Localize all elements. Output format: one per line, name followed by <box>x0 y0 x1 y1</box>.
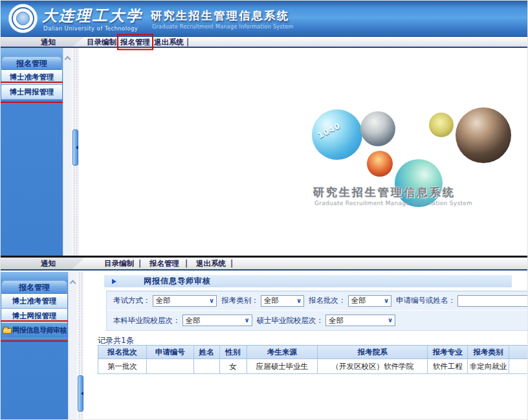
menu-item-enroll[interactable]: 报名管理 <box>149 259 179 269</box>
id-or-name-input[interactable] <box>457 295 528 307</box>
scroll-up-icon[interactable] <box>70 280 76 287</box>
col-apply-category: 报考类别 <box>468 346 509 359</box>
university-logo <box>8 4 38 33</box>
panel-splitter[interactable] <box>72 48 79 256</box>
sidebar: 报名管理 博士准考管理 博士网报管理 <box>1 48 63 256</box>
chevron-down-icon: ∨ <box>209 298 214 304</box>
notice-tab-label[interactable]: 通知 <box>41 259 56 269</box>
batch-value: 全部 <box>351 296 366 305</box>
bachelor-level-value: 全部 <box>186 316 201 326</box>
collage-tax-form-photo: 1040 <box>312 109 362 160</box>
filter-panel: 考试方式： 全部 ∨ 报考类别： 全部 ∨ 报名批次： 全部 ∨ <box>106 291 528 331</box>
section-bottom: 通知 目录编制 | 报名管理 | 退出系统 | 报名管理 博士准考管理 博士网报… <box>1 258 528 420</box>
sidebar-header-enroll: 报名管理 <box>1 280 67 294</box>
collage-abacus-photo <box>367 151 393 177</box>
panel-title-bar: 网报信息导师审核 <box>104 275 512 287</box>
menu-separator: | <box>230 259 233 268</box>
batch-label: 报名批次： <box>309 296 346 305</box>
menu-item-exit[interactable]: 退出系统 <box>154 37 184 47</box>
cell-batch: 第一批次 <box>98 359 147 374</box>
cell-candidate-source: 应届硕士毕业生 <box>247 359 318 374</box>
collage-phone-call-photo <box>456 107 511 163</box>
table-header-row: 报名批次 申请编号 姓名 性别 考生来源 报考院系 报考专业 报考类别 <box>98 346 528 359</box>
watermark-title-en: Graduate Recruitment Manage Information … <box>314 200 472 206</box>
col-name: 姓名 <box>193 346 219 359</box>
sidebar-item-review-label: 网报信息导师审核 <box>12 324 67 338</box>
sidebar-item-phd-online[interactable]: 博士网报管理 <box>1 309 67 324</box>
cell-major: 软件工程 <box>428 359 468 374</box>
cell-name <box>193 359 219 374</box>
exam-mode-value: 全部 <box>156 296 171 305</box>
menu-item-enroll annotation-box[interactable]: 报名管理 <box>120 37 150 47</box>
menu-separator: | <box>138 259 141 268</box>
results-table: 报名批次 申请编号 姓名 性别 考生来源 报考院系 报考专业 报考类别 第一批次 <box>98 345 528 374</box>
sidebar-item-review annotation-box[interactable]: 网报信息导师审核 <box>1 324 67 338</box>
master-level-value: 全部 <box>329 316 344 326</box>
collapse-sidebar-button[interactable] <box>72 129 78 166</box>
collage-clock-photo <box>429 113 454 137</box>
apply-category-value: 全部 <box>264 296 279 305</box>
watermark-title-cn: 研究生招生管理信息系统 <box>313 185 456 200</box>
filter-row-1: 考试方式： 全部 ∨ 报考类别： 全部 ∨ 报名批次： 全部 ∨ <box>107 291 528 311</box>
menu-item-catalog[interactable]: 目录编制 <box>104 259 134 269</box>
menu-item-catalog[interactable]: 目录编制 <box>87 37 116 47</box>
cell-department: （开发区校区）软件学院 <box>318 359 428 374</box>
master-level-select[interactable]: 全部 ∨ <box>325 315 395 326</box>
bachelor-level-label: 本科毕业院校层次： <box>113 316 181 326</box>
col-major: 报考专业 <box>428 346 468 359</box>
collage-office-photo <box>360 111 395 146</box>
batch-select[interactable]: 全部 ∨ <box>348 295 391 307</box>
bachelor-level-select[interactable]: 全部 ∨ <box>182 315 252 326</box>
sidebar-item-phd-exam[interactable]: 博士准考管理 <box>1 70 62 85</box>
tax-form-number: 1040 <box>316 121 342 140</box>
content-area: 网报信息导师审核 考试方式： 全部 ∨ 报考类别： 全部 ∨ 报名批次： <box>83 272 528 420</box>
panel-title: 网报信息导师审核 <box>144 276 211 287</box>
app-header: 大连理工大学 Dalian University of Technology 研… <box>1 1 528 37</box>
arrow-right-icon <box>112 279 116 284</box>
sidebar-item-phd-online annotation-box[interactable]: 博士网报管理 <box>1 85 62 100</box>
apply-category-select[interactable]: 全部 ∨ <box>261 295 304 307</box>
table-row[interactable]: 第一批次 女 应届硕士毕业生 （开发区校区）软件学院 软件工程 非定向就业 <box>98 359 528 374</box>
apply-category-label: 报考类别： <box>221 296 259 305</box>
sidebar-header-enroll: 报名管理 <box>1 56 62 70</box>
cell-application-no <box>146 359 193 374</box>
col-gender: 性别 <box>219 346 247 359</box>
menu-bar: 通知 目录编制 | 报名管理 | 退出系统 | <box>1 258 528 271</box>
sidebar-area: 报名管理 博士准考管理 博士网报管理 <box>1 48 528 256</box>
collapse-sidebar-button[interactable] <box>78 375 83 412</box>
system-title-en: Graduate Recruitment Manage Information … <box>152 24 294 30</box>
app-window: 大连理工大学 Dalian University of Technology 研… <box>0 0 528 420</box>
menu-separator: | <box>186 38 189 47</box>
menu-bar: 通知 目录编制 报名管理 退出系统 | <box>1 37 528 48</box>
col-application-no: 申请编号 <box>146 346 193 359</box>
id-or-name-label: 申请编号或姓名： <box>396 296 456 305</box>
scroll-up-icon[interactable] <box>65 56 71 63</box>
sidebar-item-phd-exam[interactable]: 博士准考管理 <box>1 294 67 309</box>
master-level-label: 硕士毕业院校层次： <box>257 316 324 326</box>
section-top: 大连理工大学 Dalian University of Technology 研… <box>1 1 528 256</box>
university-name-en: Dalian University of Technology <box>43 25 138 32</box>
sidebar-scrollbar[interactable] <box>63 48 72 256</box>
menu-separator: | <box>185 259 188 268</box>
col-candidate-source: 考生来源 <box>247 346 318 359</box>
col-department: 报考院系 <box>318 346 428 359</box>
chevron-down-icon: ∨ <box>384 298 389 304</box>
filter-row-2: 本科毕业院校层次： 全部 ∨ 硕士毕业院校层次： 全部 ∨ <box>107 311 528 330</box>
chevron-down-icon: ∨ <box>244 317 249 324</box>
col-batch: 报名批次 <box>98 346 147 359</box>
exam-mode-select[interactable]: 全部 ∨ <box>153 295 217 307</box>
exam-mode-label: 考试方式： <box>113 296 151 305</box>
chevron-down-icon: ∨ <box>388 317 393 324</box>
open-folder-icon <box>3 328 12 334</box>
notice-tab-label[interactable]: 通知 <box>41 37 56 47</box>
sidebar: 报名管理 博士准考管理 博士网报管理 网报信息导师审核 <box>1 272 68 420</box>
cell-apply-category: 非定向就业 <box>468 359 509 374</box>
system-title-cn: 研究生招生管理信息系统 <box>151 8 290 23</box>
cell-gender: 女 <box>219 359 247 374</box>
menu-item-exit[interactable]: 退出系统 <box>196 259 226 269</box>
col-extra <box>509 346 528 359</box>
chevron-down-icon: ∨ <box>296 298 302 304</box>
university-name-cn: 大连理工大学 <box>42 6 143 26</box>
cell-extra <box>509 359 528 374</box>
sidebar-scrollbar[interactable] <box>68 272 77 420</box>
